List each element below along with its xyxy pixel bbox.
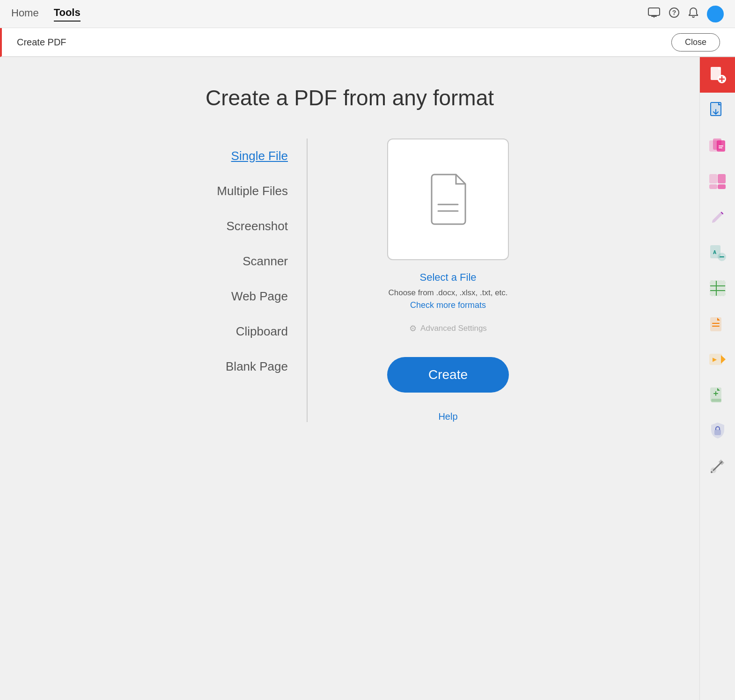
- right-sidebar: A ▶: [699, 57, 735, 700]
- two-col-layout: Single File Multiple Files Screenshot Sc…: [139, 139, 560, 422]
- select-file-link[interactable]: Select a File: [419, 271, 476, 284]
- sub-header-title: Create PDF: [17, 37, 66, 48]
- menu-web-page[interactable]: Web Page: [139, 279, 307, 314]
- svg-rect-35: [712, 399, 721, 402]
- help-icon[interactable]: ?: [669, 7, 680, 21]
- svg-rect-24: [710, 281, 725, 296]
- sidebar-tool-table-extract[interactable]: [700, 270, 735, 306]
- sidebar-tool-video[interactable]: ▶: [700, 342, 735, 377]
- nav-home[interactable]: Home: [11, 7, 39, 21]
- formats-text: Choose from .docx, .xlsx, .txt, etc.: [388, 288, 507, 298]
- sidebar-tool-organize-pages[interactable]: [700, 164, 735, 199]
- left-menu: Single File Multiple Files Screenshot Sc…: [139, 139, 308, 422]
- svg-text:?: ?: [672, 9, 676, 16]
- menu-single-file[interactable]: Single File: [139, 139, 307, 174]
- nav-right: ?: [648, 6, 724, 22]
- gear-icon: ⚙: [409, 323, 417, 334]
- right-panel: Select a File Choose from .docx, .xlsx, …: [308, 139, 560, 422]
- file-drop-area[interactable]: [387, 139, 509, 260]
- svg-rect-18: [710, 185, 717, 189]
- notifications-icon[interactable]: [688, 7, 698, 21]
- content-area: Create a PDF from any format Single File…: [0, 57, 699, 700]
- nav-tools[interactable]: Tools: [54, 7, 81, 22]
- main-area: Create a PDF from any format Single File…: [0, 57, 735, 700]
- sidebar-tool-combine-files[interactable]: [700, 128, 735, 164]
- nav-left: Home Tools: [11, 7, 81, 22]
- create-button[interactable]: Create: [387, 357, 509, 393]
- close-button[interactable]: Close: [671, 33, 720, 51]
- svg-rect-0: [648, 8, 660, 15]
- menu-scanner[interactable]: Scanner: [139, 244, 307, 279]
- svg-rect-17: [718, 175, 725, 183]
- svg-point-40: [711, 471, 713, 473]
- svg-rect-28: [711, 318, 721, 331]
- svg-rect-16: [710, 175, 717, 183]
- sidebar-tool-export-ocr[interactable]: A: [700, 235, 735, 270]
- svg-text:A: A: [713, 250, 716, 255]
- top-nav: Home Tools ?: [0, 0, 735, 28]
- advanced-settings-button[interactable]: ⚙ Advanced Settings: [409, 323, 487, 334]
- help-link[interactable]: Help: [438, 411, 457, 422]
- check-formats-link[interactable]: Check more formats: [410, 300, 486, 310]
- advanced-settings-label: Advanced Settings: [420, 324, 487, 333]
- svg-marker-32: [721, 355, 726, 364]
- page-title: Create a PDF from any format: [206, 85, 494, 110]
- menu-multiple-files[interactable]: Multiple Files: [139, 174, 307, 209]
- sidebar-tool-repair-pdf[interactable]: [700, 448, 735, 484]
- sidebar-tool-edit-pdf[interactable]: [700, 199, 735, 235]
- menu-screenshot[interactable]: Screenshot: [139, 209, 307, 244]
- sidebar-tool-rich-media[interactable]: [700, 306, 735, 342]
- sidebar-tool-compress-pdf[interactable]: [700, 377, 735, 413]
- svg-rect-19: [718, 185, 725, 189]
- menu-blank-page[interactable]: Blank Page: [139, 349, 307, 384]
- sidebar-tool-protect-pdf[interactable]: [700, 413, 735, 448]
- sidebar-tool-export-pdf[interactable]: [700, 93, 735, 128]
- user-avatar[interactable]: [707, 6, 724, 22]
- menu-clipboard[interactable]: Clipboard: [139, 314, 307, 349]
- sidebar-tool-create-pdf[interactable]: [700, 57, 735, 93]
- sub-header: Create PDF Close: [0, 28, 735, 57]
- svg-rect-38: [715, 430, 720, 435]
- share-icon[interactable]: [648, 7, 660, 21]
